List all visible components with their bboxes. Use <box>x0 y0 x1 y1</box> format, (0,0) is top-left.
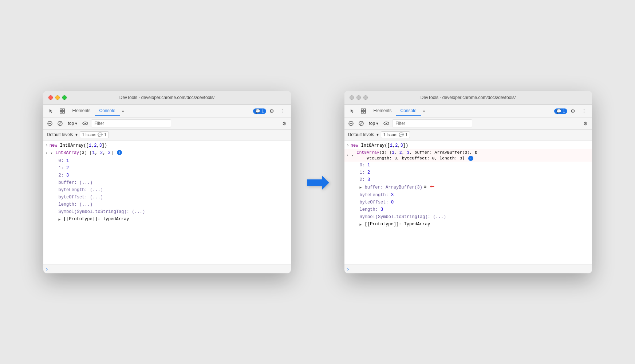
right-result-line: ‹ ▾ Int8Array(3) [1, 2, 3, buffer: Array… <box>344 149 592 162</box>
right-result-text: Int8Array(3) [1, 2, 3, buffer: ArrayBuff… <box>357 150 592 161</box>
left-console-toolbar-right: ⚙ <box>280 119 289 128</box>
left-minimize-button[interactable] <box>55 95 60 100</box>
left-top-dropdown[interactable]: top ▾ <box>66 120 80 127</box>
left-prop-prototype: ▶ [[Prototype]]: TypedArray <box>43 215 291 223</box>
left-no-icon[interactable] <box>56 119 64 128</box>
right-console-settings-icon[interactable]: ⚙ <box>581 119 590 128</box>
right-issues-badge-icon: 💬 <box>399 132 404 137</box>
right-prop-buffer: ▶ buffer: ArrayBuffer(3) 🖥 ⬅ <box>344 183 592 191</box>
right-buffer-icon: 🖥 <box>423 184 427 191</box>
svg-rect-10 <box>361 109 363 111</box>
left-result-line: ‹ ▾ Int8Array(3) [1, 2, 3] i <box>43 149 291 157</box>
left-dropdown-arrow: ▾ <box>75 121 77 126</box>
right-messages-badge[interactable]: 💬 1 <box>554 108 567 114</box>
left-info-icon[interactable]: i <box>117 150 122 155</box>
left-toolbar-right: 💬 1 ⚙ ⋮ <box>253 106 288 116</box>
left-badge-icon: 💬 <box>255 109 260 114</box>
right-bottom-caret: › <box>347 266 349 272</box>
left-window-title: DevTools - developer.chrome.com/docs/dev… <box>119 95 214 100</box>
right-buffer-expand[interactable]: ▶ <box>360 185 365 191</box>
right-filter-input[interactable] <box>392 119 472 127</box>
svg-rect-2 <box>60 111 62 113</box>
right-top-dropdown[interactable]: top ▾ <box>367 120 381 127</box>
right-prop-0: 0: 1 <box>344 162 592 169</box>
right-close-button[interactable] <box>350 95 354 100</box>
right-cursor-icon[interactable] <box>347 106 358 116</box>
right-no-icon[interactable] <box>357 119 366 128</box>
left-cursor-icon[interactable] <box>46 106 56 116</box>
right-minimize-button[interactable] <box>356 95 361 100</box>
right-window-title: DevTools - developer.chrome.com/docs/dev… <box>421 95 516 100</box>
left-console-content: › new Int8Array([1,2,3]) ‹ ▾ Int8Array(3… <box>43 141 291 264</box>
left-filter-input[interactable] <box>91 119 171 127</box>
left-console-settings-icon[interactable]: ⚙ <box>280 119 289 128</box>
right-traffic-lights <box>350 95 368 100</box>
left-inspector-icon[interactable] <box>57 106 67 116</box>
right-info-icon[interactable]: i <box>468 156 473 161</box>
left-tab-elements[interactable]: Elements <box>68 106 95 116</box>
right-main-toolbar: Elements Console » 💬 1 ⚙ ⋮ <box>344 105 592 118</box>
right-badge-icon: 💬 <box>556 109 561 114</box>
right-tab-elements[interactable]: Elements <box>369 106 396 116</box>
left-prop-1: 1: 2 <box>43 165 291 172</box>
left-messages-badge[interactable]: 💬 1 <box>253 108 266 114</box>
left-clear-icon[interactable] <box>46 119 54 128</box>
right-dropdown-arrow: ▾ <box>376 121 378 126</box>
right-clear-icon[interactable] <box>347 119 355 128</box>
left-proto-expand[interactable]: ▶ <box>59 217 64 223</box>
right-more-icon[interactable]: ⋮ <box>579 106 589 116</box>
right-prop-2: 2: 3 <box>344 176 592 183</box>
left-maximize-button[interactable] <box>62 95 67 100</box>
right-proto-expand[interactable]: ▶ <box>360 222 365 228</box>
left-titlebar: DevTools - developer.chrome.com/docs/dev… <box>43 91 291 105</box>
right-settings-icon[interactable]: ⚙ <box>568 106 578 116</box>
left-tab-area: Elements Console » <box>68 106 253 116</box>
right-eye-icon[interactable] <box>382 119 391 128</box>
left-eye-icon[interactable] <box>81 119 90 128</box>
right-console-bottom: › <box>344 264 592 273</box>
left-settings-icon[interactable]: ⚙ <box>267 106 277 116</box>
left-expand-down[interactable]: ▾ <box>51 150 56 157</box>
left-traffic-lights <box>48 95 67 100</box>
left-prop-bytelength: byteLength: (...) <box>43 186 291 194</box>
right-tab-console[interactable]: Console <box>396 106 421 116</box>
right-expand-down[interactable]: ▾ <box>352 153 357 159</box>
right-tab-more[interactable]: » <box>421 107 427 115</box>
right-devtools-window: DevTools - developer.chrome.com/docs/dev… <box>344 91 592 273</box>
left-more-icon[interactable]: ⋮ <box>278 106 288 116</box>
right-command-line: › new Int8Array([1,2,3]) <box>344 142 592 149</box>
right-command-new: new Int8Array([1,2,3]) <box>351 142 408 149</box>
svg-rect-13 <box>364 111 366 113</box>
direction-arrow: ➡ <box>305 167 330 197</box>
right-toolbar-right: 💬 1 ⚙ ⋮ <box>554 106 589 116</box>
left-expand-back: ‹ <box>46 150 51 157</box>
svg-rect-12 <box>361 111 363 113</box>
left-prop-0: 0: 1 <box>43 157 291 165</box>
right-console-toolbar: top ▾ ⚙ <box>344 118 592 130</box>
svg-rect-11 <box>364 109 366 111</box>
right-maximize-button[interactable] <box>363 95 368 100</box>
left-default-levels-arrow: ▾ <box>75 132 78 137</box>
right-prop-1: 1: 2 <box>344 169 592 176</box>
left-prop-byteoffset: byteOffset: (...) <box>43 194 291 201</box>
svg-line-17 <box>360 122 363 125</box>
svg-rect-1 <box>63 109 64 111</box>
left-prop-symbol: Symbol(Symbol.toStringTag): (...) <box>43 208 291 215</box>
left-tab-console[interactable]: Console <box>95 106 120 116</box>
svg-point-9 <box>84 123 86 124</box>
right-issues-button[interactable]: 1 Issue: 💬 1 <box>381 131 410 138</box>
left-prop-length: length: (...) <box>43 201 291 208</box>
right-tab-area: Elements Console » <box>369 106 554 116</box>
right-inspector-icon[interactable] <box>358 106 368 116</box>
svg-line-7 <box>59 122 62 125</box>
right-titlebar: DevTools - developer.chrome.com/docs/dev… <box>344 91 592 105</box>
svg-rect-3 <box>63 111 64 113</box>
left-command-new: new Int8Array([1,2,3]) <box>50 142 107 149</box>
left-close-button[interactable] <box>48 95 53 100</box>
left-devtools-window: DevTools - developer.chrome.com/docs/dev… <box>43 91 291 273</box>
right-expand-back: ‹ <box>347 153 352 159</box>
left-issues-button[interactable]: 1 Issue: 💬 1 <box>80 131 109 138</box>
right-prop-bytelength: byteLength: 3 <box>344 191 592 199</box>
left-tab-more[interactable]: » <box>120 107 126 115</box>
right-console-toolbar-right: ⚙ <box>581 119 590 128</box>
